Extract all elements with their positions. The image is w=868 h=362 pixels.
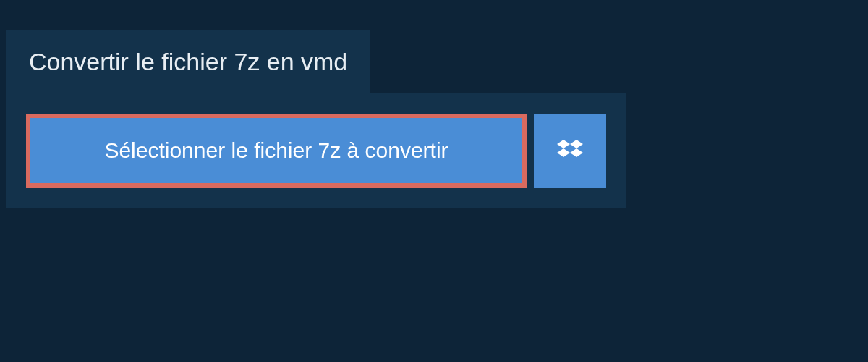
page-title: Convertir le fichier 7z en vmd [6, 30, 370, 93]
select-file-button[interactable]: Sélectionner le fichier 7z à convertir [26, 114, 527, 188]
button-row: Sélectionner le fichier 7z à convertir [26, 114, 606, 188]
dropbox-icon [557, 138, 583, 164]
dropbox-button[interactable] [534, 114, 606, 188]
upload-panel: Sélectionner le fichier 7z à convertir [6, 93, 626, 208]
select-file-label: Sélectionner le fichier 7z à convertir [104, 138, 448, 163]
